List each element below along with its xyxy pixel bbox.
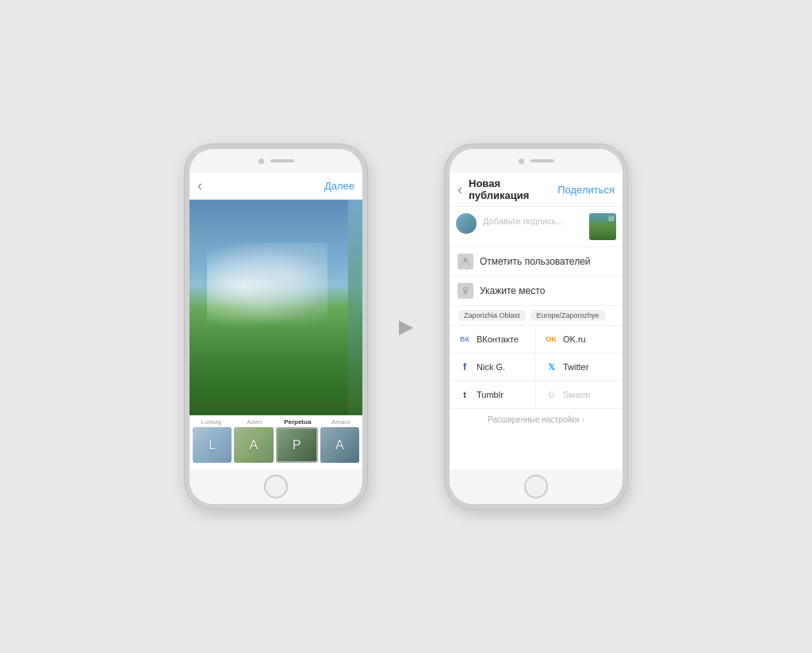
caption-input[interactable]: Добавьте подпись... bbox=[483, 213, 583, 226]
next-button[interactable]: Далее bbox=[324, 180, 354, 192]
tag-users-label: Отметить пользователей bbox=[480, 256, 591, 267]
filter-thumb-aden[interactable]: A bbox=[234, 427, 273, 463]
location-tag-0[interactable]: Zaporizhia Oblast bbox=[458, 310, 527, 321]
user-avatar bbox=[456, 213, 477, 234]
screen-title: Новая публикация bbox=[469, 178, 553, 201]
phone-top-bar bbox=[190, 149, 362, 173]
home-button[interactable] bbox=[264, 475, 288, 498]
home-button-2[interactable] bbox=[524, 475, 548, 498]
camera-dot-2 bbox=[519, 158, 524, 164]
social-grid: ВК ВКонтакте OK OK.ru f Nick G. 𝕏 Twitte… bbox=[450, 326, 622, 409]
swarm-label: Swarm bbox=[563, 390, 590, 399]
filters-area: Ludwig Aden Perpetua Amaro L A P A bbox=[190, 415, 362, 469]
vkontakte-icon: ВК bbox=[458, 332, 472, 346]
location-label: Укажите место bbox=[480, 285, 545, 296]
svg-point-1 bbox=[465, 288, 466, 290]
filter-label-perpetua[interactable]: Perpetua bbox=[276, 418, 320, 426]
social-twitter[interactable]: 𝕏 Twitter bbox=[536, 353, 622, 381]
okru-icon: OK bbox=[544, 332, 558, 346]
phone2-top-bar bbox=[450, 149, 622, 173]
filter-thumbs: L A P A bbox=[190, 427, 362, 466]
chevron-right-icon: › bbox=[582, 415, 584, 424]
advanced-settings-label: Расширенные настройки bbox=[488, 415, 580, 424]
phone1-bottom bbox=[190, 469, 362, 504]
filter-thumb-amaro[interactable]: A bbox=[320, 427, 359, 463]
location-tags: Zaporizhia Oblast Europe/Zaporozhye bbox=[450, 306, 622, 326]
social-okru[interactable]: OK OK.ru bbox=[536, 326, 622, 353]
twitter-label: Twitter bbox=[563, 362, 588, 372]
photo-image bbox=[190, 200, 362, 415]
okru-label: OK.ru bbox=[563, 334, 586, 344]
back-button[interactable]: ‹ bbox=[197, 178, 202, 194]
tumblr-icon: t bbox=[458, 388, 472, 402]
phone1-nav-bar: ‹ Далее bbox=[190, 173, 362, 200]
phone2-bottom bbox=[450, 469, 622, 504]
phone2-nav-bar: ‹ Новая публикация Поделиться bbox=[450, 173, 622, 207]
caption-row: Добавьте подпись... bbox=[450, 207, 622, 247]
nickG-label: Nick G. bbox=[477, 362, 505, 372]
filter-labels: Ludwig Aden Perpetua Amaro bbox=[190, 415, 362, 427]
phone2-screen: ‹ Новая публикация Поделиться Добавьте п… bbox=[450, 173, 622, 469]
caption-thumbnail bbox=[589, 213, 616, 240]
speaker-bar-2 bbox=[530, 159, 554, 162]
location-row[interactable]: Укажите место bbox=[450, 277, 622, 306]
photo-area bbox=[190, 200, 362, 415]
filter-label-amaro[interactable]: Amaro bbox=[320, 418, 363, 426]
filter-thumb-perpetua[interactable]: P bbox=[276, 427, 318, 463]
arrow-icon: ▶ bbox=[399, 315, 413, 338]
speaker-bar bbox=[270, 159, 294, 162]
swarm-icon: ⚇ bbox=[544, 388, 558, 402]
filter-label-aden[interactable]: Aden bbox=[233, 418, 277, 426]
filter-thumb-ludwig[interactable]: L bbox=[193, 427, 232, 463]
social-swarm[interactable]: ⚇ Swarm bbox=[536, 381, 622, 409]
facebook-icon: f bbox=[458, 360, 472, 374]
social-vkontakte[interactable]: ВК ВКонтакте bbox=[450, 326, 536, 353]
tumblr-label: Tumblr bbox=[477, 390, 504, 399]
advanced-settings-row[interactable]: Расширенные настройки › bbox=[450, 409, 622, 430]
vkontakte-label: ВКонтакте bbox=[477, 334, 519, 344]
location-icon bbox=[458, 283, 473, 299]
social-nickG[interactable]: f Nick G. bbox=[450, 353, 536, 381]
back-button-2[interactable]: ‹ bbox=[458, 181, 462, 198]
phone1-screen: ‹ Далее Ludwig Aden Perpetua Amaro L A bbox=[190, 173, 362, 469]
phone-filter: ‹ Далее Ludwig Aden Perpetua Amaro L A bbox=[185, 144, 367, 509]
twitter-icon: 𝕏 bbox=[544, 360, 558, 374]
location-tag-1[interactable]: Europe/Zaporozhye bbox=[530, 310, 606, 321]
share-button[interactable]: Поделиться bbox=[557, 184, 615, 196]
phone-share: ‹ Новая публикация Поделиться Добавьте п… bbox=[445, 144, 627, 509]
tag-users-row[interactable]: Отметить пользователей bbox=[450, 247, 622, 277]
filter-label-ludwig[interactable]: Ludwig bbox=[190, 418, 233, 426]
social-tumblr[interactable]: t Tumblr bbox=[450, 381, 536, 409]
tag-users-icon bbox=[458, 254, 473, 269]
camera-dot bbox=[259, 158, 264, 164]
